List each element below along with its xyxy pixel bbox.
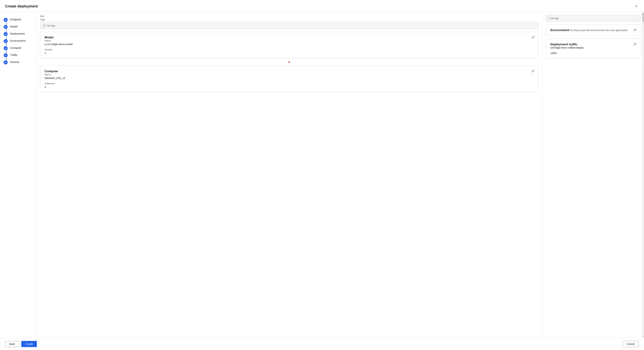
dialog-title: Create deployment [5,4,38,8]
right-info-icon: i [548,17,549,20]
sidebar-label-review: Review [10,60,19,64]
traffic-check-icon [4,53,8,57]
left-panel: Key Tags i No tags Model [36,12,542,338]
environment-card: Environment Scoring script and environme… [546,25,640,36]
compute-edit-button[interactable] [531,69,535,74]
model-name-value: ic-mc-fridge-items-model [44,43,534,46]
tags-empty-text: No tags [47,24,55,27]
scrollbar-track[interactable] [642,12,644,338]
separator-dot [288,61,290,63]
model-check-icon [4,25,8,29]
sidebar: Endpoint Model Deployment [0,12,36,338]
deployment-traffic-edit-button[interactable] [633,42,637,47]
cancel-button[interactable]: Cancel [622,341,639,347]
review-check-icon [4,60,8,64]
deployment-traffic-card: Deployment traffic od-fridge-items-mlflo… [546,39,640,58]
sidebar-label-endpoint: Endpoint [10,18,21,21]
endpoint-check-icon [4,18,8,22]
environment-edit-button[interactable] [633,28,637,33]
sidebar-item-model[interactable]: Model [0,23,36,30]
scroll-down-arrow[interactable] [642,334,644,337]
model-card-title: Model [44,36,54,39]
compute-name-value: Standard_DS2_v2 [44,77,534,80]
sidebar-item-traffic[interactable]: Traffic [0,52,36,59]
compute-card-title: Compute [44,70,58,73]
key-tags-section: Key Tags i No tags [40,15,538,29]
model-card: Model Name ic-mc-fridge-items-model Vers… [40,32,538,58]
compute-instances-label: Instances [44,82,534,85]
sidebar-item-deployment[interactable]: Deployment [0,30,36,38]
dialog-body: Endpoint Model Deployment [0,12,644,338]
compute-name-label: Name [44,73,534,76]
deployment-traffic-card-title: Deployment traffic [550,43,578,46]
dialog-footer: Back Create Cancel [0,338,644,350]
environment-check-icon [4,39,8,43]
key-label: Key [40,15,538,18]
environment-card-title: Environment [550,28,569,32]
info-icon: i [43,24,46,27]
sidebar-label-compute: Compute [10,46,21,49]
dialog-header: Create deployment × [0,0,644,12]
sidebar-item-endpoint[interactable]: Endpoint [0,16,36,23]
scroll-up-arrow[interactable] [642,12,644,15]
tags-section: Tags i No tags [40,18,538,29]
environment-card-description: Scoring script and environment are auto … [570,29,627,32]
model-edit-button[interactable] [531,35,535,40]
right-top-tags: i No tags [546,15,640,22]
traffic-percent-value: 100% [550,52,636,55]
right-no-tags-text: No tags [550,17,559,20]
tags-section-label: Tags [40,18,538,21]
create-deployment-dialog: Create deployment × Endpoint Model [0,0,644,350]
deployment-check-icon [4,32,8,36]
right-panel: i No tags Environment Scoring script and… [542,12,644,338]
create-button[interactable]: Create [21,341,37,347]
model-version-value: 1 [44,52,534,55]
compute-instances-value: 3 [44,86,534,88]
compute-card: Compute Name Standard_DS2_v2 Instances 3 [40,66,538,92]
main-content: Key Tags i No tags Model [36,12,644,338]
back-button[interactable]: Back [5,341,19,347]
sidebar-item-review[interactable]: Review [0,59,36,66]
tags-box: i No tags [40,22,538,29]
deploy-name-value: od-fridge-items-mlflow-deploy [550,46,636,49]
model-name-label: Name [44,39,534,42]
sidebar-item-compute[interactable]: Compute [0,45,36,52]
sidebar-label-environment: Environment [10,39,26,42]
sidebar-item-environment[interactable]: Environment [0,38,36,45]
sidebar-label-traffic: Traffic [10,53,18,56]
sidebar-label-model: Model [10,25,18,28]
close-button[interactable]: × [634,4,639,9]
compute-check-icon [4,46,8,50]
sidebar-label-deployment: Deployment [10,32,25,35]
footer-left-buttons: Back Create [5,341,37,347]
model-version-label: Version [44,48,534,51]
